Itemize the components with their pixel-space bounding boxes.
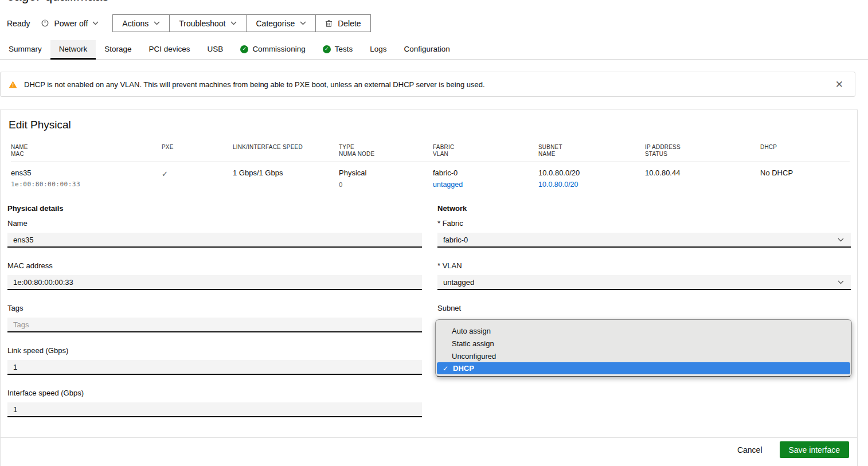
chevron-down-icon (300, 21, 306, 25)
subnet-field: Subnet Auto assign Static assign (437, 304, 851, 378)
subnet-option-static-assign[interactable]: Static assign (436, 337, 851, 350)
table-header-row: NAMEMAC PXE LINK/INTERFACE SPEED TYPENUM… (11, 144, 850, 162)
name-label: Name (7, 219, 422, 228)
cancel-button[interactable]: Cancel (737, 445, 763, 455)
machine-action-bar: Ready Power off Actions Troubleshoot (7, 14, 868, 32)
chevron-down-icon (838, 238, 844, 242)
tab-tests[interactable]: ✓ Tests (314, 40, 362, 60)
delete-label: Delete (338, 19, 361, 28)
interface-name: ens35 (11, 169, 162, 178)
chevron-down-icon (838, 280, 844, 284)
mac-address-field[interactable] (7, 275, 422, 290)
edit-physical-form: Physical details Name MAC address Tags L… (7, 204, 857, 431)
power-off-label: Power off (54, 19, 88, 28)
save-interface-button[interactable]: Save interface (780, 441, 850, 458)
banner-close-button[interactable]: ✕ (833, 79, 846, 91)
check-icon (443, 365, 453, 373)
actions-button[interactable]: Actions (113, 15, 170, 32)
interface-speed-label: Interface speed (Gbps) (7, 389, 422, 397)
troubleshoot-label: Troubleshoot (179, 19, 225, 28)
tab-storage[interactable]: Storage (96, 40, 140, 60)
vlan-select[interactable]: untagged (437, 275, 851, 290)
success-check-icon: ✓ (240, 45, 248, 53)
tab-commissioning[interactable]: ✓ Commissioning (232, 40, 314, 60)
success-check-icon: ✓ (323, 45, 331, 53)
fabric-select[interactable]: fabric-0 (437, 233, 851, 248)
machine-status: Ready (7, 19, 30, 28)
page-title-clip: eager-quail.maas (0, 0, 868, 5)
interfaces-table: NAMEMAC PXE LINK/INTERFACE SPEED TYPENUM… (11, 144, 850, 189)
power-off-button[interactable]: Power off (41, 19, 99, 28)
vlan-link[interactable]: untagged (433, 181, 463, 189)
physical-details-column: Physical details Name MAC address Tags L… (7, 204, 422, 431)
link-interface-speed: 1 Gbps/1 Gbps (233, 169, 339, 189)
trash-icon (325, 19, 333, 28)
tab-logs[interactable]: Logs (361, 40, 395, 60)
form-footer: Cancel Save interface (1, 437, 857, 458)
subnet-option-auto-assign[interactable]: Auto assign (436, 324, 851, 337)
mac-address-label: MAC address (7, 261, 422, 270)
interface-type: Physical (339, 169, 433, 178)
warning-banner: DHCP is not enabled on any VLAN. This wi… (0, 72, 855, 97)
tab-usb[interactable]: USB (199, 40, 232, 60)
section-title: Edit Physical (9, 119, 857, 131)
fabric-label: * Fabric (437, 219, 851, 228)
subnet-value: 10.0.80.0/20 (538, 169, 645, 178)
ip-address: 10.0.80.44 (645, 169, 760, 189)
name-field[interactable] (7, 233, 422, 248)
categorise-button[interactable]: Categorise (247, 15, 316, 32)
chevron-down-icon (154, 21, 160, 25)
physical-details-heading: Physical details (7, 204, 422, 213)
warning-icon (9, 81, 17, 88)
numa-node: 0 (339, 181, 433, 189)
link-speed-label: Link speed (Gbps) (7, 346, 422, 355)
network-column: Network * Fabric fabric-0 * VLAN untagge… (437, 204, 851, 431)
chevron-down-icon (230, 21, 237, 25)
subnet-label: Subnet (437, 304, 851, 312)
dhcp-status: No DHCP (760, 169, 850, 189)
troubleshoot-button[interactable]: Troubleshoot (170, 15, 247, 32)
tab-configuration[interactable]: Configuration (395, 40, 458, 60)
close-icon: ✕ (835, 79, 843, 90)
tab-summary[interactable]: Summary (0, 40, 50, 60)
subnet-option-dhcp[interactable]: DHCP (437, 362, 850, 374)
interface-mac: 1e:00:80:00:00:33 (11, 181, 162, 189)
categorise-label: Categorise (256, 19, 295, 28)
chevron-down-icon (92, 21, 99, 25)
edit-physical-card: Edit Physical NAMEMAC PXE LINK/INTERFACE… (0, 109, 858, 466)
tab-network[interactable]: Network (50, 40, 96, 60)
tags-label: Tags (7, 304, 422, 312)
delete-button[interactable]: Delete (316, 15, 370, 32)
fabric-value: fabric-0 (433, 169, 538, 178)
tab-pci-devices[interactable]: PCI devices (140, 40, 199, 60)
interface-speed-field[interactable] (7, 402, 422, 417)
machine-details-page: eager-quail.maas Ready Power off Actions (0, 0, 868, 466)
subnet-option-unconfigured[interactable]: Unconfigured (436, 350, 851, 362)
subnet-name-link[interactable]: 10.0.80.0/20 (538, 181, 578, 189)
subnet-options-dropdown: Auto assign Static assign Unconfigured (435, 319, 852, 377)
page-title: eager-quail.maas (7, 0, 868, 5)
action-button-group: Actions Troubleshoot Categorise (112, 14, 370, 32)
warning-message: DHCP is not enabled on any VLAN. This wi… (24, 80, 833, 89)
pxe-check-icon: ✓ (162, 170, 168, 178)
network-heading: Network (437, 204, 851, 213)
actions-label: Actions (122, 19, 148, 28)
vlan-label: * VLAN (437, 261, 851, 270)
tab-bar: Summary Network Storage PCI devices USB … (0, 40, 868, 60)
table-row: ens35 1e:00:80:00:00:33 ✓ 1 Gbps/1 Gbps … (11, 162, 850, 189)
link-speed-field[interactable] (7, 360, 422, 375)
power-icon (41, 19, 49, 28)
tags-field[interactable] (7, 318, 422, 332)
